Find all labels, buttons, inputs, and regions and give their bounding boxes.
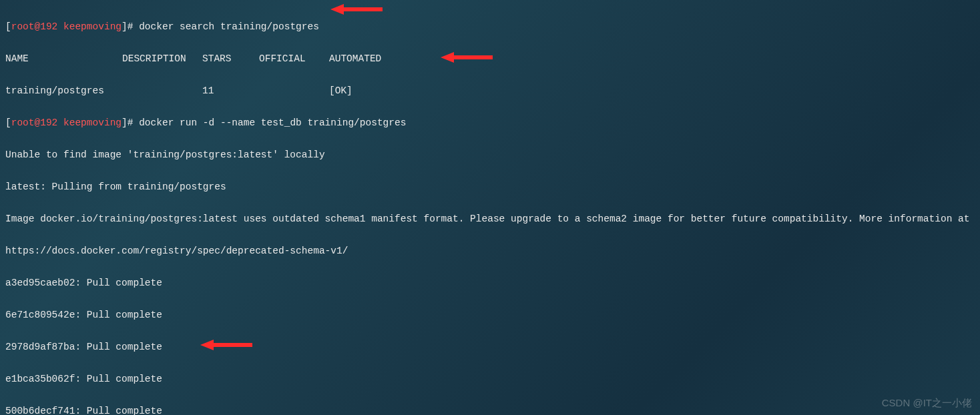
output-line: 2978d9af87ba: Pull complete xyxy=(5,339,975,355)
col-stars: STARS xyxy=(202,51,259,67)
output-line: Image docker.io/training/postgres:latest… xyxy=(5,211,975,227)
terminal-output[interactable]: [root@192 keepmoving]# docker search tra… xyxy=(0,0,980,415)
output-line: e1bca35b062f: Pull complete xyxy=(5,371,975,387)
cell-stars: 11 xyxy=(202,83,259,99)
cell-automated: [OK] xyxy=(329,83,409,99)
col-name: NAME xyxy=(5,51,122,67)
col-official: OFFICIAL xyxy=(259,51,329,67)
output-line: 500b6decf741: Pull complete xyxy=(5,403,975,415)
output-line: 6e71c809542e: Pull complete xyxy=(5,307,975,323)
cell-name: training/postgres xyxy=(5,83,122,99)
watermark: CSDN @IT之一小佬 xyxy=(882,395,972,411)
output-line: latest: Pulling from training/postgres xyxy=(5,179,975,195)
search-result-row: training/postgres11[OK] xyxy=(5,83,975,99)
prompt-bracket: [ xyxy=(5,21,11,32)
col-automated: AUTOMATED xyxy=(329,51,409,67)
output-line: a3ed95caeb02: Pull complete xyxy=(5,275,975,291)
line-cmd1: [root@192 keepmoving]# docker search tra… xyxy=(5,19,975,35)
line-cmd2: [root@192 keepmoving]# docker run -d --n… xyxy=(5,115,975,131)
search-header-row: NAMEDESCRIPTIONSTARSOFFICIALAUTOMATED xyxy=(5,51,975,67)
output-line: Unable to find image 'training/postgres:… xyxy=(5,147,975,163)
prompt-close: ]# xyxy=(121,21,139,32)
command-text: docker search training/postgres xyxy=(139,21,319,32)
prompt-user: root@192 keepmoving xyxy=(11,21,121,32)
command-text: docker run -d --name test_db training/po… xyxy=(139,117,406,128)
col-desc: DESCRIPTION xyxy=(122,51,202,67)
output-line: https://docs.docker.com/registry/spec/de… xyxy=(5,243,975,259)
